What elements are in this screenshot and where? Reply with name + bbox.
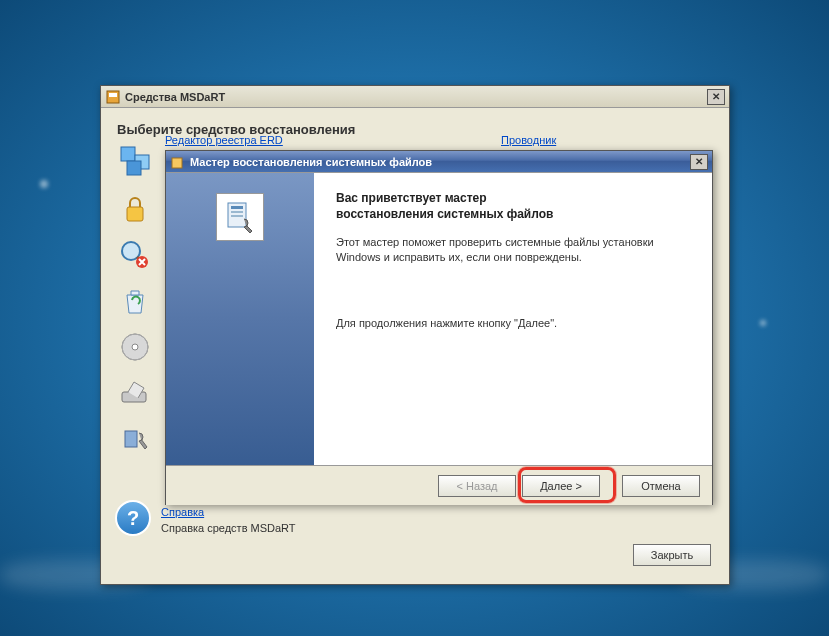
svg-point-10 [132, 344, 138, 350]
msdart-titlebar[interactable]: Средства MSDaRT ✕ [101, 86, 729, 108]
svg-rect-17 [231, 211, 243, 213]
svg-rect-5 [127, 207, 143, 221]
wizard-app-icon [170, 154, 186, 170]
svg-rect-14 [172, 158, 182, 168]
next-button[interactable]: Далее > [522, 475, 600, 497]
wizard-description: Этот мастер поможет проверить системные … [336, 235, 690, 266]
wizard-heading-line1: Вас приветствует мастер [336, 191, 690, 205]
back-button: < Назад [438, 475, 516, 497]
cancel-button[interactable]: Отмена [622, 475, 700, 497]
search-remove-icon[interactable] [115, 235, 155, 275]
wizard-heading-line2: восстановления системных файлов [336, 207, 690, 221]
msdart-app-icon [105, 89, 121, 105]
link-registry-editor[interactable]: Редактор реестра ERD [165, 134, 283, 146]
wipe-icon[interactable] [115, 373, 155, 413]
wizard-icon [216, 193, 264, 241]
svg-rect-13 [125, 431, 137, 447]
close-icon[interactable]: ✕ [707, 89, 725, 105]
close-icon[interactable]: ✕ [690, 154, 708, 170]
help-section: Справка Справка средств MSDaRT [161, 506, 296, 534]
wizard-title: Мастер восстановления системных файлов [190, 156, 690, 168]
svg-rect-1 [109, 93, 117, 97]
svg-rect-2 [121, 147, 135, 161]
help-icon[interactable]: ? [115, 500, 151, 536]
link-help[interactable]: Справка [161, 506, 296, 518]
wizard-button-bar: < Назад Далее > Отмена [166, 465, 712, 505]
registry-icon[interactable] [115, 139, 155, 179]
lock-icon[interactable] [115, 189, 155, 229]
svg-rect-4 [127, 161, 141, 175]
svg-rect-18 [231, 215, 243, 217]
wizard-continue-hint: Для продолжения нажмите кнопку "Далее". [336, 316, 690, 331]
tool-sidebar [115, 231, 163, 465]
tools-icon[interactable] [115, 419, 155, 459]
wizard-titlebar[interactable]: Мастер восстановления системных файлов ✕ [166, 151, 712, 173]
wizard-window: Мастер восстановления системных файлов ✕… [165, 150, 713, 505]
recycle-icon[interactable] [115, 281, 155, 321]
svg-rect-16 [231, 206, 243, 209]
disk-icon[interactable] [115, 327, 155, 367]
link-explorer[interactable]: Проводник [501, 134, 556, 146]
help-description: Справка средств MSDaRT [161, 522, 296, 534]
close-button[interactable]: Закрыть [633, 544, 711, 566]
wizard-content: Вас приветствует мастер восстановления с… [314, 173, 712, 465]
msdart-title: Средства MSDaRT [125, 91, 707, 103]
wizard-banner [166, 173, 314, 465]
